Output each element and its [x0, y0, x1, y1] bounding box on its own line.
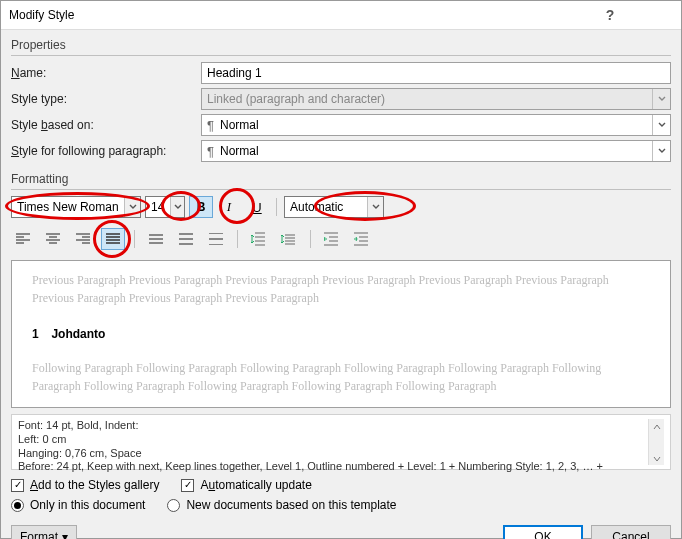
font-size-combo[interactable]: 14 — [145, 196, 185, 218]
align-right-button[interactable] — [71, 228, 95, 250]
bold-icon: B — [197, 200, 206, 214]
properties-label: Properties — [11, 38, 671, 52]
separator — [134, 230, 135, 248]
radio-dot-icon — [14, 502, 21, 509]
font-color-combo[interactable]: Automatic — [284, 196, 384, 218]
add-gallery-label: Add to the Styles gallery — [30, 478, 159, 492]
separator — [276, 198, 277, 216]
align-center-icon — [46, 233, 60, 245]
new-documents-label: New documents based on this template — [186, 498, 396, 512]
chevron-down-icon[interactable] — [652, 115, 670, 135]
align-justify-icon — [106, 233, 120, 245]
based-value: Normal — [220, 118, 259, 132]
preview-box: Previous Paragraph Previous Paragraph Pr… — [11, 260, 671, 408]
name-label: Name: — [11, 66, 201, 80]
align-center-button[interactable] — [41, 228, 65, 250]
formatting-label: Formatting — [11, 172, 671, 186]
scroll-up-icon[interactable] — [653, 419, 661, 433]
close-button[interactable] — [631, 1, 673, 29]
chevron-down-icon[interactable] — [652, 141, 670, 161]
chevron-down-icon — [652, 89, 670, 109]
font-color-value: Automatic — [290, 200, 343, 214]
dialog-title: Modify Style — [9, 8, 589, 22]
based-label: Style based on: — [11, 118, 201, 132]
pilcrow-icon: ¶ — [207, 144, 214, 159]
help-icon: ? — [606, 7, 615, 23]
help-button[interactable]: ? — [589, 1, 631, 29]
scroll-down-icon[interactable] — [653, 451, 661, 465]
add-gallery-checkbox[interactable]: ✓ — [11, 479, 24, 492]
chevron-down-icon[interactable] — [367, 197, 383, 217]
align-left-button[interactable] — [11, 228, 35, 250]
space-before-inc-button[interactable] — [247, 228, 271, 250]
follow-label: Style for following paragraph: — [11, 144, 201, 158]
divider — [11, 189, 671, 190]
align-justify-button[interactable] — [101, 228, 125, 250]
chevron-down-icon[interactable] — [170, 197, 184, 217]
new-documents-radio[interactable] — [167, 499, 180, 512]
para-space-icon — [281, 232, 297, 246]
follow-value: Normal — [220, 144, 259, 158]
underline-icon: U — [252, 200, 261, 215]
line-spacing-2-button[interactable] — [204, 228, 228, 250]
type-label: Style type: — [11, 92, 201, 106]
font-size-value: 14 — [151, 200, 164, 214]
preview-after: Following Paragraph Following Paragraph … — [32, 359, 650, 395]
spacing-icon — [179, 233, 193, 245]
scrollbar[interactable] — [648, 419, 664, 465]
only-document-radio[interactable] — [11, 499, 24, 512]
follow-combo[interactable]: ¶ Normal — [201, 140, 671, 162]
spacing-icon — [149, 233, 163, 245]
type-combo: Linked (paragraph and character) — [201, 88, 671, 110]
line-spacing-1.5-button[interactable] — [174, 228, 198, 250]
based-combo[interactable]: ¶ Normal — [201, 114, 671, 136]
line-spacing-1-button[interactable] — [144, 228, 168, 250]
type-value: Linked (paragraph and character) — [207, 92, 385, 106]
format-button[interactable]: Format ▾ — [11, 525, 77, 539]
divider — [11, 55, 671, 56]
indent-inc-icon — [354, 232, 370, 246]
bold-button[interactable]: B — [189, 196, 213, 218]
check-icon: ✓ — [14, 480, 22, 490]
format-label: Format — [20, 530, 58, 539]
font-family-combo[interactable]: Times New Roman — [11, 196, 141, 218]
indent-inc-button[interactable] — [350, 228, 374, 250]
description-box: Font: 14 pt, Bold, Indent: Left: 0 cm Ha… — [11, 414, 671, 470]
chevron-down-icon[interactable] — [124, 197, 140, 217]
auto-update-label: Automatically update — [200, 478, 311, 492]
dropdown-arrow-icon: ▾ — [62, 530, 68, 539]
preview-before: Previous Paragraph Previous Paragraph Pr… — [32, 271, 650, 307]
indent-dec-button[interactable] — [320, 228, 344, 250]
only-document-label: Only in this document — [30, 498, 145, 512]
titlebar: Modify Style ? — [1, 1, 681, 30]
cancel-button[interactable]: Cancel — [591, 525, 671, 539]
font-family-value: Times New Roman — [17, 200, 119, 214]
pilcrow-icon: ¶ — [207, 118, 214, 133]
underline-button[interactable]: U — [245, 196, 269, 218]
separator — [237, 230, 238, 248]
check-icon: ✓ — [184, 480, 192, 490]
spacing-icon — [209, 233, 223, 245]
indent-dec-icon — [324, 232, 340, 246]
name-input[interactable] — [201, 62, 671, 84]
space-before-dec-button[interactable] — [277, 228, 301, 250]
align-left-icon — [16, 233, 30, 245]
ok-button[interactable]: OK — [503, 525, 583, 539]
description-text: Font: 14 pt, Bold, Indent: Left: 0 cm Ha… — [18, 419, 648, 465]
align-right-icon — [76, 233, 90, 245]
preview-heading: 1 Johdanto — [32, 323, 650, 343]
para-space-icon — [251, 232, 267, 246]
auto-update-checkbox[interactable]: ✓ — [181, 479, 194, 492]
italic-icon: I — [227, 199, 231, 215]
italic-button[interactable]: I — [217, 196, 241, 218]
separator — [310, 230, 311, 248]
